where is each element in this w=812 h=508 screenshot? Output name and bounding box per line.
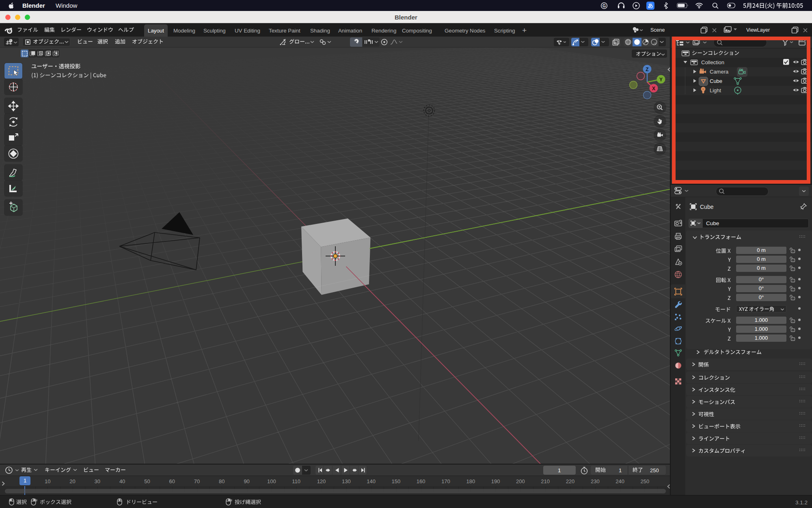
svg-text:G: G (603, 3, 606, 8)
svg-text:Y: Y (659, 77, 663, 82)
svg-text:X: X (652, 86, 655, 91)
svg-text:Z: Z (646, 67, 648, 72)
